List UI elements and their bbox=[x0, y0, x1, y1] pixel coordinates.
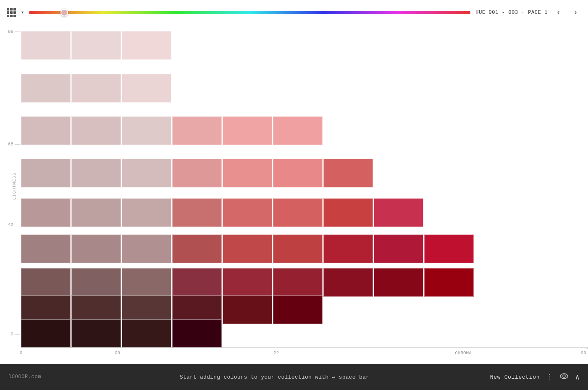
swatch[interactable] bbox=[424, 268, 474, 297]
swatch[interactable] bbox=[21, 74, 71, 103]
y-tick-0: 0 bbox=[10, 332, 18, 337]
swatch[interactable] bbox=[273, 235, 323, 263]
status-bar: DOOOOR.com Start adding colours to your … bbox=[0, 364, 588, 390]
page-label: HUE 001 - 003 · PAGE 1 bbox=[475, 10, 548, 16]
y-tick-65: 65 bbox=[8, 142, 18, 147]
swatch[interactable] bbox=[323, 268, 373, 297]
main-content: LIGHTNESS 99 65 40 0 0 08 22 CHROMA 99 → bbox=[0, 25, 588, 364]
site-name: DOOOOR.com bbox=[8, 374, 59, 380]
swatch[interactable] bbox=[21, 235, 71, 263]
swatch[interactable] bbox=[21, 116, 71, 145]
swatch[interactable] bbox=[223, 198, 272, 227]
svg-point-1 bbox=[563, 375, 565, 377]
swatch[interactable] bbox=[71, 74, 121, 103]
swatch[interactable] bbox=[223, 268, 272, 297]
swatch[interactable] bbox=[21, 198, 71, 227]
swatch[interactable] bbox=[323, 198, 373, 227]
swatch[interactable] bbox=[122, 235, 171, 263]
swatch[interactable] bbox=[21, 31, 71, 60]
x-tick-0: 0 bbox=[20, 350, 23, 356]
next-arrow[interactable]: › bbox=[570, 6, 581, 19]
x-tick-22: 22 bbox=[273, 350, 279, 356]
x-axis-line bbox=[21, 347, 588, 348]
svg-point-0 bbox=[560, 374, 568, 379]
x-axis: 0 08 22 CHROMA 99 → bbox=[21, 347, 588, 364]
swatch[interactable] bbox=[273, 198, 323, 227]
swatch[interactable] bbox=[71, 159, 121, 187]
swatch[interactable] bbox=[223, 295, 272, 324]
x-axis-arrow: → bbox=[584, 345, 588, 352]
swatch[interactable] bbox=[172, 268, 222, 297]
swatch[interactable] bbox=[273, 268, 323, 297]
swatch[interactable] bbox=[122, 319, 171, 348]
y-tick-99: 99 bbox=[8, 29, 18, 34]
swatch[interactable] bbox=[323, 235, 373, 263]
new-collection-button[interactable]: New Collection bbox=[490, 374, 540, 380]
swatch[interactable] bbox=[122, 268, 171, 297]
swatch[interactable] bbox=[374, 198, 423, 227]
swatch[interactable] bbox=[71, 31, 121, 60]
grid-icon[interactable] bbox=[7, 8, 16, 17]
swatch[interactable] bbox=[223, 159, 272, 187]
swatch[interactable] bbox=[122, 31, 171, 60]
hue-track bbox=[29, 11, 470, 14]
y-tick-mark-65 bbox=[18, 144, 20, 145]
y-tick-40: 40 bbox=[8, 222, 18, 227]
swatch[interactable] bbox=[71, 268, 121, 297]
swatch[interactable] bbox=[172, 235, 222, 263]
swatch[interactable] bbox=[273, 295, 323, 324]
more-options-icon[interactable]: ⋮ bbox=[546, 373, 553, 381]
x-label-chroma: CHROMA bbox=[455, 350, 472, 356]
y-axis: LIGHTNESS 99 65 40 0 bbox=[0, 25, 21, 347]
swatch[interactable] bbox=[71, 319, 121, 348]
swatch[interactable] bbox=[374, 268, 423, 297]
swatch[interactable] bbox=[71, 235, 121, 263]
y-axis-label: LIGHTNESS bbox=[12, 173, 17, 200]
swatch[interactable] bbox=[172, 319, 222, 348]
swatch[interactable] bbox=[21, 159, 71, 187]
swatch[interactable] bbox=[172, 198, 222, 227]
swatch[interactable] bbox=[122, 198, 171, 227]
y-tick-mark-0 bbox=[18, 334, 20, 335]
bottom-actions: New Collection ⋮ ∧ bbox=[490, 372, 580, 382]
status-hint: Start adding colours to your collection … bbox=[59, 374, 490, 380]
chevron-down-icon[interactable]: ▾ bbox=[21, 9, 24, 16]
swatch[interactable] bbox=[273, 116, 323, 145]
swatch[interactable] bbox=[223, 116, 272, 145]
x-tick-08: 08 bbox=[115, 350, 120, 356]
y-tick-mark-40 bbox=[18, 225, 20, 225]
hue-thumb[interactable] bbox=[60, 9, 68, 16]
prev-arrow[interactable]: ‹ bbox=[553, 6, 564, 19]
swatch[interactable] bbox=[21, 319, 71, 348]
top-bar: ▾ HUE 001 - 003 · PAGE 1 ‹ › bbox=[0, 0, 588, 25]
swatch[interactable] bbox=[172, 116, 222, 145]
swatch[interactable] bbox=[424, 235, 474, 263]
swatch[interactable] bbox=[323, 159, 373, 187]
hue-slider[interactable] bbox=[29, 10, 470, 16]
y-tick-mark-99 bbox=[18, 32, 20, 32]
swatch[interactable] bbox=[71, 198, 121, 227]
swatch[interactable] bbox=[71, 116, 121, 145]
swatch[interactable] bbox=[21, 268, 71, 297]
swatch[interactable] bbox=[122, 74, 171, 103]
swatch[interactable] bbox=[374, 235, 423, 263]
eye-icon[interactable] bbox=[560, 373, 568, 381]
collapse-icon[interactable]: ∧ bbox=[575, 372, 580, 382]
swatches-area bbox=[21, 25, 588, 347]
swatch[interactable] bbox=[122, 116, 171, 145]
swatch[interactable] bbox=[172, 159, 222, 187]
swatch[interactable] bbox=[223, 235, 272, 263]
swatch[interactable] bbox=[273, 159, 323, 187]
swatch[interactable] bbox=[122, 159, 171, 187]
